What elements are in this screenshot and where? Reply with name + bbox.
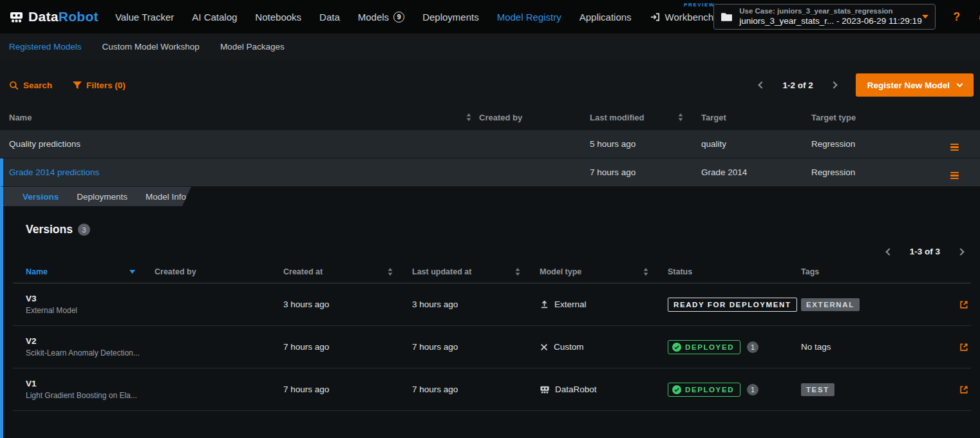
dropdown-caret-icon [922, 15, 928, 19]
version-name: V2 [26, 336, 155, 346]
version-row-v1[interactable]: V1 Light Gradient Boosting on Ela... 7 h… [13, 368, 971, 411]
last-modified-value: 7 hours ago [590, 167, 701, 177]
upload-icon [540, 300, 549, 309]
external-link-icon[interactable] [959, 343, 968, 352]
workbench-enter-icon [650, 12, 661, 23]
col-header-target[interactable]: Target [701, 113, 726, 122]
folder-icon [721, 12, 733, 22]
versions-title-row: Versions 3 [26, 223, 980, 236]
model-name-link[interactable]: Grade 2014 predictions [9, 167, 99, 177]
registered-models-table: Name Created by Last modified Target Tar… [0, 104, 980, 187]
datarobot-logo[interactable]: DataRobot [9, 9, 99, 24]
sort-desc-icon[interactable] [129, 270, 135, 274]
model-name[interactable]: Quality predictions [9, 139, 80, 149]
external-link-icon[interactable] [959, 385, 968, 394]
sort-icon[interactable] [466, 113, 471, 121]
notifications-bell-icon[interactable] [977, 12, 980, 23]
no-tags-label: No tags [801, 342, 945, 352]
col-header-created-by[interactable]: Created by [155, 267, 196, 276]
registry-subnav: Registered Models Custom Model Workshop … [0, 33, 980, 59]
toolbar: Search Filters (0) 1-2 of 2 Register New… [0, 59, 980, 104]
logo-wordmark: DataRobot [28, 9, 99, 24]
help-icon[interactable]: ? [953, 10, 960, 24]
nav-item-workbench[interactable]: PREVIEW Workbench [650, 12, 714, 23]
sort-icon[interactable] [515, 268, 520, 276]
col-header-created-at[interactable]: Created at [283, 267, 323, 276]
sort-icon[interactable] [388, 268, 393, 276]
use-case-label: Use Case: juniors_3_year_stats_regressio… [739, 6, 916, 15]
versions-pagination: 1-3 of 3 [3, 247, 963, 256]
created-at-value: 3 hours ago [283, 300, 412, 309]
external-link-icon[interactable] [959, 300, 968, 309]
table-row-quality-predictions[interactable]: Quality predictions 5 hours ago quality … [0, 130, 980, 158]
status-badge: READY FOR DEPLOYMENT [668, 298, 797, 312]
versions-page-range: 1-3 of 3 [910, 247, 940, 256]
subnav-model-packages[interactable]: Model Packages [220, 42, 285, 52]
use-case-selector[interactable]: Use Case: juniors_3_year_stats_regressio… [713, 4, 936, 30]
col-header-name[interactable]: Name [9, 113, 32, 122]
nav-item-notebooks[interactable]: Notebooks [255, 12, 301, 23]
deployment-count-badge: 1 [747, 384, 759, 395]
nav-item-data[interactable]: Data [319, 12, 340, 23]
chevron-left-icon[interactable] [759, 81, 766, 88]
tab-model-info[interactable]: Model Info [146, 192, 186, 202]
col-header-last-updated-at[interactable]: Last updated at [412, 267, 471, 276]
created-at-value: 7 hours ago [283, 342, 412, 352]
nav-item-model-registry[interactable]: Model Registry [497, 12, 561, 23]
col-header-name[interactable]: Name [26, 267, 48, 276]
search-button[interactable]: Search [9, 81, 52, 90]
table-row-grade-2014-predictions[interactable]: Grade 2014 predictions 7 hours ago Grade… [0, 158, 980, 187]
col-header-created-by[interactable]: Created by [479, 113, 522, 122]
tools-icon [540, 343, 549, 352]
tab-deployments[interactable]: Deployments [77, 192, 127, 202]
deployment-count-badge: 1 [747, 341, 759, 353]
subnav-registered-models[interactable]: Registered Models [9, 42, 82, 52]
nav-item-value-tracker[interactable]: Value Tracker [115, 12, 174, 23]
target-value: Grade 2014 [701, 167, 811, 177]
col-header-tags[interactable]: Tags [801, 267, 819, 276]
version-name: V3 [26, 294, 155, 303]
tag-chip: EXTERNAL [801, 298, 860, 311]
nav-item-deployments[interactable]: Deployments [422, 12, 479, 23]
created-at-value: 7 hours ago [283, 385, 412, 394]
models-count-badge: 9 [393, 12, 404, 23]
filter-icon [73, 81, 82, 90]
sort-icon[interactable] [643, 268, 648, 276]
target-value: quality [701, 139, 811, 149]
row-menu-icon[interactable] [950, 172, 959, 180]
subnav-custom-model-workshop[interactable]: Custom Model Workshop [102, 42, 200, 52]
check-circle-icon [672, 385, 681, 394]
target-type-value: Regression [811, 167, 950, 177]
nav-item-ai-catalog[interactable]: AI Catalog [192, 12, 237, 23]
target-type-value: Regression [811, 139, 950, 149]
filters-button[interactable]: Filters (0) [73, 81, 126, 90]
tab-versions[interactable]: Versions [23, 192, 59, 202]
models-pagination: 1-2 of 2 [759, 81, 836, 90]
models-table-header: Name Created by Last modified Target Tar… [0, 104, 980, 130]
versions-table: Name Created by Created at Last updated … [13, 260, 971, 411]
col-header-last-modified[interactable]: Last modified [590, 113, 645, 122]
chevron-right-icon[interactable] [830, 81, 837, 88]
versions-title: Versions [26, 223, 73, 236]
chevron-left-icon[interactable] [885, 248, 892, 255]
search-icon [9, 81, 19, 90]
version-row-v2[interactable]: V2 Scikit-Learn Anomaly Detection... 7 h… [13, 326, 971, 368]
col-header-status[interactable]: Status [668, 267, 692, 276]
use-case-value: juniors_3_year_stats_r... - 2023-06-29 1… [739, 16, 916, 27]
chevron-right-icon[interactable] [957, 248, 964, 255]
register-new-model-button[interactable]: Register New Model [856, 73, 974, 97]
nav-item-models[interactable]: Models 9 [358, 12, 404, 23]
row-menu-icon[interactable] [950, 144, 959, 151]
sort-icon[interactable] [678, 113, 683, 121]
versions-table-header: Name Created by Created at Last updated … [13, 260, 971, 283]
model-type-value: Custom [554, 342, 584, 352]
version-subtitle: External Model [26, 306, 148, 315]
robot-icon [540, 385, 550, 395]
nav-item-applications[interactable]: Applications [580, 12, 632, 23]
col-header-target-type[interactable]: Target type [811, 113, 856, 122]
version-name: V1 [26, 379, 155, 388]
col-header-model-type[interactable]: Model type [540, 267, 581, 276]
version-row-v3[interactable]: V3 External Model 3 hours ago 3 hours ag… [13, 283, 971, 326]
versions-count-badge: 3 [78, 224, 90, 236]
tag-chip: TEST [801, 383, 834, 396]
